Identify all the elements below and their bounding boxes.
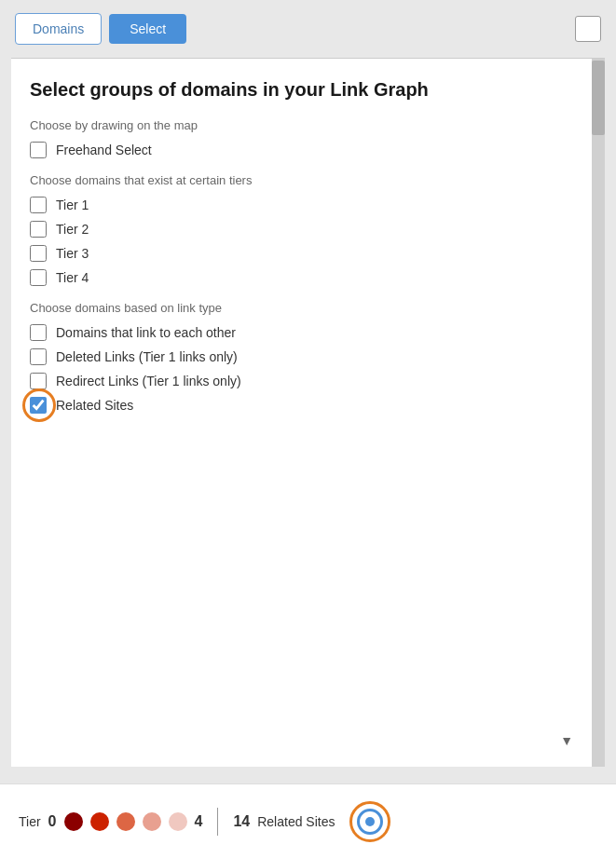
link-each-other-row: Domains that link to each other: [30, 324, 573, 341]
dot-red: [90, 812, 109, 831]
panel-title: Select groups of domains in your Link Gr…: [30, 77, 573, 102]
freehand-select-checkbox[interactable]: [30, 142, 47, 158]
related-sites-row: Related Sites: [30, 397, 573, 414]
scrollbar-track[interactable]: [592, 59, 605, 767]
tier4-row: Tier 4: [30, 269, 573, 286]
freehand-select-row: Freehand Select: [30, 142, 573, 158]
select-button[interactable]: Select: [109, 14, 186, 44]
deleted-links-label[interactable]: Deleted Links (Tier 1 links only): [56, 349, 238, 364]
tier-start-number: 0: [48, 813, 57, 830]
tier3-label[interactable]: Tier 3: [56, 246, 89, 261]
dot-dark-red: [64, 812, 83, 831]
square-button[interactable]: [575, 16, 601, 42]
tier1-row: Tier 1: [30, 197, 573, 213]
content-area: Select groups of domains in your Link Gr…: [11, 59, 592, 767]
link-each-other-label[interactable]: Domains that link to each other: [56, 325, 236, 340]
dot-medium-red: [116, 812, 135, 831]
related-count: 14: [233, 813, 250, 830]
tier4-checkbox[interactable]: [30, 269, 47, 286]
target-icon-inner: [357, 809, 383, 835]
tier2-checkbox[interactable]: [30, 221, 47, 238]
tier2-row: Tier 2: [30, 221, 573, 238]
tier2-label[interactable]: Tier 2: [56, 222, 89, 237]
top-bar: Domains Select: [0, 0, 616, 58]
tier3-row: Tier 3: [30, 245, 573, 262]
redirect-links-row: Redirect Links (Tier 1 links only): [30, 373, 573, 389]
legend-divider: [217, 808, 218, 836]
tier1-label[interactable]: Tier 1: [56, 197, 89, 212]
main-content-wrapper: Select groups of domains in your Link Gr…: [11, 58, 605, 766]
deleted-links-checkbox[interactable]: [30, 348, 47, 365]
deleted-links-row: Deleted Links (Tier 1 links only): [30, 348, 573, 365]
domains-button[interactable]: Domains: [15, 13, 102, 45]
tier-end-number: 4: [195, 813, 203, 830]
link-each-other-checkbox[interactable]: [30, 324, 47, 341]
drawing-section-label: Choose by drawing on the map: [30, 118, 573, 132]
redirect-links-label[interactable]: Redirect Links (Tier 1 links only): [56, 374, 241, 388]
redirect-links-checkbox[interactable]: [30, 373, 47, 389]
tier-section-label: Choose domains that exist at certain tie…: [30, 173, 573, 187]
bottom-bar: Tier 0 4 14 Related Sites: [0, 783, 616, 858]
scrollbar-thumb[interactable]: [592, 61, 605, 135]
freehand-select-label[interactable]: Freehand Select: [56, 143, 152, 157]
tier1-checkbox[interactable]: [30, 197, 47, 213]
related-sites-label[interactable]: Related Sites: [56, 398, 133, 413]
target-icon-outer: [349, 801, 390, 842]
dot-light-red: [143, 812, 161, 831]
target-icon-dot: [365, 817, 375, 826]
tier4-label[interactable]: Tier 4: [56, 270, 89, 285]
link-type-section-label: Choose domains based on link type: [30, 301, 573, 315]
related-label: Related Sites: [257, 814, 335, 829]
scroll-down-arrow: ▼: [560, 733, 573, 748]
dot-very-light: [169, 812, 187, 831]
tier3-checkbox[interactable]: [30, 245, 47, 262]
related-sites-checkbox[interactable]: [30, 397, 47, 414]
tier-label: Tier: [19, 814, 41, 829]
